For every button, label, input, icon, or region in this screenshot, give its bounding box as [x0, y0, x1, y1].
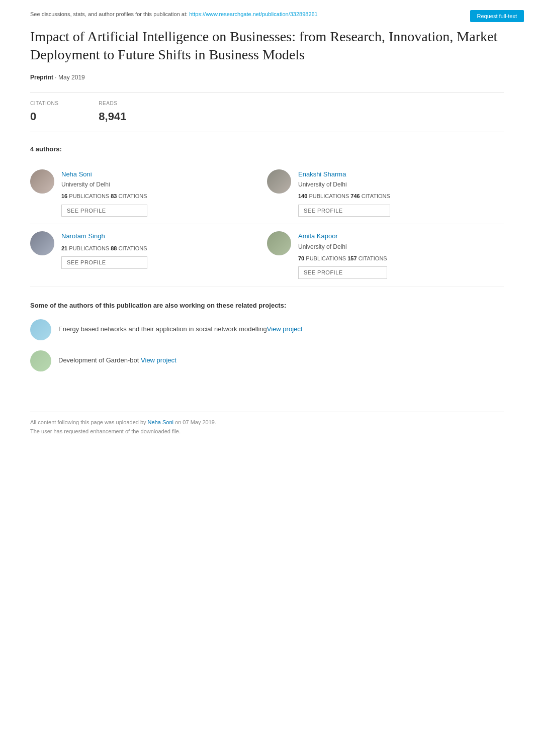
author-avatar-3: [30, 231, 54, 255]
citations-block: CITATIONS 0: [30, 100, 58, 125]
project-text-2: Development of Garden-bot View project: [58, 350, 176, 365]
preprint-date: May 2019: [58, 74, 85, 81]
author-pubs-4: 70: [298, 255, 304, 261]
author-affiliation-1: University of Delhi: [61, 180, 147, 189]
author-cites-2: 746: [350, 193, 360, 199]
author-stats-3: 21 PUBLICATIONS 88 CITATIONS: [61, 244, 147, 253]
author-cites-4: 157: [347, 255, 357, 261]
author-cites-1: 83: [111, 193, 117, 199]
author-pubs-3: 21: [61, 245, 67, 251]
related-projects-section: Some of the authors of this publication …: [30, 301, 504, 372]
footer-line-1: All content following this page was uplo…: [30, 418, 504, 427]
footer: All content following this page was uplo…: [30, 412, 504, 436]
footer-line-2: The user has requested enhancement of th…: [30, 427, 504, 436]
project-item-1: Energy based networks and their applicat…: [30, 319, 504, 340]
project-link-2[interactable]: View project: [141, 356, 176, 364]
see-profile-button-1[interactable]: SEE PROFILE: [61, 205, 147, 217]
project-avatar-1: [30, 319, 51, 340]
request-fulltext-button[interactable]: Request full-text: [470, 10, 524, 22]
project-item-2: Development of Garden-bot View project: [30, 350, 504, 371]
author-avatar-4: [267, 231, 291, 255]
top-bar-text: See discussions, stats, and author profi…: [30, 11, 188, 17]
author-stats-2: 140 PUBLICATIONS 746 CITATIONS: [298, 192, 390, 201]
author-pubs-2: 140: [298, 193, 307, 199]
author-stats-1: 16 PUBLICATIONS 83 CITATIONS: [61, 192, 147, 201]
author-avatar-2: [267, 169, 291, 194]
see-profile-button-4[interactable]: SEE PROFILE: [298, 266, 387, 279]
preprint-line: Preprint · May 2019: [30, 73, 504, 82]
author-name-3[interactable]: Narotam Singh: [61, 231, 147, 241]
paper-title: Impact of Artificial Intelligence on Bus…: [30, 28, 504, 64]
author-pubs-1: 16: [61, 193, 67, 199]
author-info-1: Neha Soni University of Delhi 16 PUBLICA…: [61, 169, 147, 217]
author-info-3: Narotam Singh 21 PUBLICATIONS 88 CITATIO…: [61, 231, 147, 269]
project-link-1[interactable]: View project: [267, 325, 303, 333]
authors-title: 4 authors:: [30, 144, 504, 154]
stats-row: CITATIONS 0 READS 8,941: [30, 92, 504, 132]
preprint-label: Preprint: [30, 74, 53, 81]
project-avatar-2: [30, 350, 51, 371]
footer-uploader-link[interactable]: Neha Soni: [148, 419, 173, 425]
publication-link[interactable]: https://www.researchgate.net/publication…: [189, 11, 318, 17]
author-affiliation-4: University of Delhi: [298, 242, 387, 251]
authors-section: 4 authors: Neha Soni University of Delhi…: [30, 144, 504, 287]
author-card-3: Narotam Singh 21 PUBLICATIONS 88 CITATIO…: [30, 224, 267, 287]
reads-block: READS 8,941: [99, 100, 126, 125]
author-card-4: Amita Kapoor University of Delhi 70 PUBL…: [267, 224, 504, 287]
author-avatar-1: [30, 169, 54, 194]
authors-grid: Neha Soni University of Delhi 16 PUBLICA…: [30, 162, 504, 287]
citations-value: 0: [30, 108, 58, 125]
project-text-1: Energy based networks and their applicat…: [58, 319, 302, 334]
reads-label: READS: [99, 100, 126, 107]
author-card-1: Neha Soni University of Delhi 16 PUBLICA…: [30, 162, 267, 225]
author-info-4: Amita Kapoor University of Delhi 70 PUBL…: [298, 231, 387, 279]
author-name-1[interactable]: Neha Soni: [61, 169, 147, 179]
author-info-2: Enakshi Sharma University of Delhi 140 P…: [298, 169, 390, 217]
see-profile-button-2[interactable]: SEE PROFILE: [298, 205, 390, 217]
page-wrapper: Request full-text See discussions, stats…: [0, 0, 534, 466]
author-affiliation-2: University of Delhi: [298, 180, 390, 189]
top-bar: See discussions, stats, and author profi…: [30, 10, 504, 19]
author-card-2: Enakshi Sharma University of Delhi 140 P…: [267, 162, 504, 225]
author-name-2[interactable]: Enakshi Sharma: [298, 169, 390, 179]
author-stats-4: 70 PUBLICATIONS 157 CITATIONS: [298, 254, 387, 263]
author-name-4[interactable]: Amita Kapoor: [298, 231, 387, 241]
see-profile-button-3[interactable]: SEE PROFILE: [61, 256, 147, 269]
citations-label: CITATIONS: [30, 100, 58, 107]
reads-value: 8,941: [99, 108, 126, 125]
related-projects-title: Some of the authors of this publication …: [30, 301, 504, 311]
author-cites-3: 88: [111, 245, 117, 251]
